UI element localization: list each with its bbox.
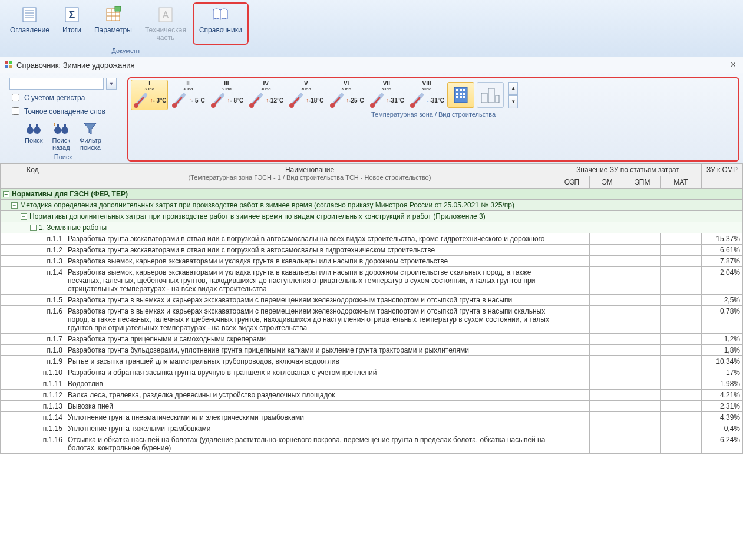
- cell-zpm: [625, 367, 660, 378]
- cell-ozp: [554, 245, 589, 256]
- ribbon-btn-params[interactable]: Параметры: [88, 2, 138, 45]
- search-input[interactable]: [9, 78, 104, 90]
- cell-mat: [660, 356, 701, 367]
- collapse-icon[interactable]: −: [30, 225, 37, 231]
- filter-button[interactable]: Фильтр поиска: [76, 119, 105, 152]
- table-row[interactable]: п.1.3Разработка выемок, карьеров экскава…: [1, 256, 743, 267]
- cell-zpm: [625, 423, 660, 434]
- th-em[interactable]: ЭМ: [589, 176, 625, 189]
- cell-mat: [660, 367, 701, 378]
- ribbon-btn-references[interactable]: Справочники: [193, 2, 249, 45]
- cell-code: п.1.10: [1, 367, 65, 378]
- th-zusmr[interactable]: ЗУ к СМР: [702, 164, 743, 189]
- search-button[interactable]: Поиск: [21, 119, 46, 152]
- table-row[interactable]: п.1.5Разработка грунта в выемках и карье…: [1, 295, 743, 306]
- svg-rect-62: [481, 93, 487, 103]
- cell-zu: 7,87%: [702, 256, 743, 267]
- case-checkbox[interactable]: [12, 94, 19, 101]
- table-row[interactable]: п.1.9Рытье и засыпка траншей для магистр…: [1, 356, 743, 367]
- group-row-1[interactable]: −Методика определения дополнительных зат…: [1, 200, 743, 211]
- cell-ozp: [554, 306, 589, 334]
- svg-rect-22: [29, 124, 31, 127]
- close-button[interactable]: ×: [728, 60, 738, 70]
- zone-button-4[interactable]: IVзона↑-12°C: [246, 80, 285, 110]
- th-zu-group[interactable]: Значение ЗУ по статьям затрат: [554, 164, 701, 176]
- zone-button-5[interactable]: Vзона↑-18°C: [286, 80, 325, 110]
- svg-rect-55: [463, 89, 465, 91]
- collapse-icon[interactable]: −: [21, 213, 27, 220]
- th-mat[interactable]: МАТ: [660, 176, 701, 189]
- table-row[interactable]: п.1.11Водоотлив1,98%: [1, 378, 743, 390]
- table-row[interactable]: п.1.7Разработка грунта прицепными и само…: [1, 334, 743, 345]
- zone-scroll-down[interactable]: ▼: [508, 95, 518, 108]
- funnel-icon: [82, 120, 98, 137]
- ribbon-btn-contents[interactable]: Оглавление: [4, 2, 56, 45]
- cell-zpm: [625, 378, 660, 390]
- cell-name: Водоотлив: [65, 378, 554, 390]
- cell-em: [589, 401, 625, 412]
- th-name[interactable]: Наименование (Температурная зона ГЭСН - …: [65, 164, 554, 189]
- cell-name: Разработка и обратная засыпка грунта вру…: [65, 367, 554, 378]
- th-zpm[interactable]: ЗПМ: [625, 176, 660, 189]
- ribbon-btn-techpart[interactable]: A Техническая часть: [138, 2, 193, 45]
- cell-ozp: [554, 390, 589, 401]
- zone-button-2[interactable]: IIзона↑- 5°C: [169, 80, 206, 110]
- zone-button-7[interactable]: VIIзона↑-31°C: [367, 80, 406, 110]
- ribbon-label: Оглавление: [10, 27, 49, 34]
- cell-ozp: [554, 378, 589, 390]
- search-back-button[interactable]: Поиск назад: [49, 119, 74, 152]
- table-row[interactable]: п.1.4Разработка выемок, карьеров экскава…: [1, 267, 743, 295]
- table-row[interactable]: п.1.12Валка леса, трелевка, разделка дре…: [1, 390, 743, 401]
- svg-point-21: [34, 127, 41, 134]
- table-row[interactable]: п.1.13Вывозка пней2,31%: [1, 401, 743, 412]
- cell-name: Разработка грунта прицепными и самоходны…: [65, 334, 554, 345]
- search-group-caption: Поиск: [54, 152, 72, 163]
- zone-temp: -12°C: [269, 97, 284, 104]
- cell-em: [589, 267, 625, 295]
- cell-mat: [660, 295, 701, 306]
- exact-checkbox-label[interactable]: Точное совпадение слов: [9, 106, 117, 117]
- collapse-icon[interactable]: −: [3, 191, 9, 197]
- zone-button-6[interactable]: VIзона↑-25°C: [327, 80, 366, 110]
- group-row-0[interactable]: −Нормативы для ГЭСН (ФЕР, ТЕР): [1, 189, 743, 200]
- zone-button-3[interactable]: IIIзона↑- 8°C: [208, 80, 245, 110]
- cell-zu: 2,04%: [702, 267, 743, 295]
- table-row[interactable]: п.1.6Разработка грунта в выемках и карье…: [1, 306, 743, 334]
- buildings-button[interactable]: [477, 82, 504, 108]
- group-row-2[interactable]: −Нормативы дополнительных затрат при про…: [1, 211, 743, 222]
- group-row-3[interactable]: −1. Земляные работы: [1, 222, 743, 233]
- cell-code: п.1.16: [1, 434, 65, 454]
- zone-temp: -31°C: [429, 97, 444, 104]
- svg-rect-57: [460, 93, 462, 95]
- table-row[interactable]: п.1.14Уплотнение грунта пневматическими …: [1, 412, 743, 423]
- th-code[interactable]: Код: [1, 164, 65, 189]
- cell-code: п.1.7: [1, 334, 65, 345]
- thermometer-icon: [210, 91, 227, 109]
- search-dropdown-button[interactable]: ▼: [106, 78, 117, 90]
- exact-checkbox[interactable]: [12, 107, 19, 115]
- table-row[interactable]: п.1.16Отсыпка и обкатка насыпей на болот…: [1, 434, 743, 454]
- table-row[interactable]: п.1.15Уплотнение грунта тяжелыми трамбов…: [1, 423, 743, 434]
- cell-zpm: [625, 345, 660, 356]
- search-back-label: Поиск назад: [52, 137, 70, 151]
- zone-scroll-up[interactable]: ▲: [508, 82, 518, 95]
- table-row[interactable]: п.1.10Разработка и обратная засыпка грун…: [1, 367, 743, 378]
- ribbon-btn-totals[interactable]: Σ Итоги: [56, 2, 88, 45]
- zone-button-8[interactable]: VIIIзона↓-31°C: [407, 80, 446, 110]
- cell-ozp: [554, 356, 589, 367]
- building-grid-button[interactable]: [447, 82, 474, 108]
- cell-name: Разработка грунта экскаваторами в отвал …: [65, 245, 554, 256]
- cell-name: Уплотнение грунта тяжелыми трамбовками: [65, 423, 554, 434]
- table-row[interactable]: п.1.1Разработка грунта экскаваторами в о…: [1, 233, 743, 245]
- table-icon: [104, 5, 123, 24]
- table-row[interactable]: п.1.8Разработка грунта бульдозерами, упл…: [1, 345, 743, 356]
- case-checkbox-label[interactable]: С учетом регистра: [9, 92, 117, 103]
- cell-code: п.1.4: [1, 267, 65, 295]
- zone-button-1[interactable]: Iзона↑- 3°C: [131, 80, 168, 110]
- cell-name: Вывозка пней: [65, 401, 554, 412]
- cell-mat: [660, 267, 701, 295]
- th-ozp[interactable]: ОЗП: [554, 176, 589, 189]
- cell-name: Рытье и засыпка траншей для магистральны…: [65, 356, 554, 367]
- table-row[interactable]: п.1.2Разработка грунта экскаваторами в о…: [1, 245, 743, 256]
- collapse-icon[interactable]: −: [11, 202, 18, 209]
